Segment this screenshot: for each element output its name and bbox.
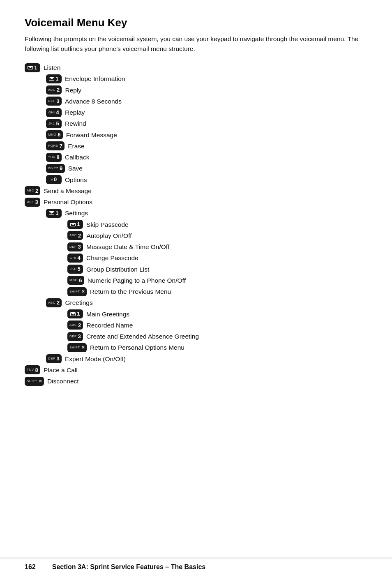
menu-item-label: Expert Mode (On/Off) — [65, 354, 126, 364]
key-badge: DEF3 — [46, 354, 62, 363]
key-badge: MNO6 — [46, 130, 63, 139]
menu-item: 1Main Greetings — [67, 309, 367, 319]
menu-item: TUV8Callback — [46, 152, 367, 162]
menu-item: DEF3Message Date & Time On/Off — [67, 242, 367, 251]
menu-item-label: Send a Message — [44, 186, 91, 196]
menu-item: +0Options — [46, 175, 367, 184]
menu-item-label: Advance 8 Seconds — [65, 97, 122, 106]
menu-item-label: Erase — [68, 141, 85, 151]
menu-item-label: Envelope Information — [65, 74, 125, 83]
key-badge: PQRS7 — [46, 141, 65, 150]
key-badge: DEF3 — [67, 242, 83, 251]
page-title: Voicemail Menu Key — [25, 16, 367, 29]
menu-item-label: Replay — [65, 108, 85, 117]
menu-item-label: Change Passcode — [86, 253, 138, 263]
key-badge: TUV8 — [25, 365, 40, 374]
key-badge: ABC2 — [46, 85, 62, 95]
key-badge: Shift✕ — [25, 377, 44, 386]
key-badge: 1 — [67, 220, 83, 229]
menu-item: WXYZ9Save — [46, 164, 367, 173]
key-badge: JKL5 — [67, 265, 83, 274]
key-badge: JKL5 — [46, 119, 62, 128]
menu-item: MNO6Forward Message — [46, 130, 367, 140]
menu-item: PQRS7Erase — [46, 141, 367, 151]
menu-item: ABC2Recorded Name — [67, 321, 367, 330]
menu-item: DEF3Create and Extended Absence Greeting — [67, 332, 367, 341]
menu-item: ABC2Reply — [46, 85, 367, 95]
menu-item-label: Forward Message — [66, 130, 117, 140]
key-badge: DEF3 — [25, 198, 40, 207]
menu-item: DEF3Expert Mode (On/Off) — [46, 354, 367, 364]
key-badge: GHI4 — [67, 254, 83, 263]
menu-item-label: Callback — [65, 152, 89, 162]
menu-item-label: Rewind — [65, 119, 86, 128]
menu-item-label: Options — [65, 175, 87, 184]
menu-item-label: Autoplay On/Off — [86, 231, 131, 240]
menu-tree: 1Listen1Envelope InformationABC2ReplyDEF… — [25, 63, 367, 386]
key-badge: Shift✕ — [67, 343, 87, 352]
menu-item: GHI4Change Passcode — [67, 253, 367, 263]
key-badge: 1 — [46, 74, 62, 83]
menu-item-label: Reply — [65, 85, 81, 95]
menu-item: 1Settings — [46, 208, 367, 218]
menu-item-label: Message Date & Time On/Off — [86, 242, 169, 251]
footer: 162 Section 3A: Sprint Service Features … — [0, 558, 392, 576]
menu-item: 1Envelope Information — [46, 74, 367, 83]
menu-item: DEF3Advance 8 Seconds — [46, 97, 367, 106]
page-number: 162 — [25, 563, 36, 571]
menu-item: Shift✕Return to the Previous Menu — [67, 287, 367, 296]
key-badge: DEF3 — [46, 97, 62, 106]
menu-item: ABC2Autoplay On/Off — [67, 231, 367, 240]
menu-item: 1Listen — [25, 63, 367, 72]
menu-item: ABC2Greetings — [46, 298, 367, 307]
menu-item-label: Save — [68, 164, 83, 173]
menu-item: DEF3Personal Options — [25, 197, 367, 207]
menu-item: JKL5Group Distribution List — [67, 265, 367, 274]
key-badge: 1 — [67, 309, 83, 318]
key-badge: Shift✕ — [67, 287, 87, 296]
page-content: Voicemail Menu Key Following the prompts… — [25, 16, 367, 386]
key-badge: +0 — [46, 175, 62, 184]
menu-item-label: Return to Personal Options Menu — [90, 343, 184, 352]
key-badge: WXYZ9 — [46, 164, 65, 173]
key-badge: ABC2 — [25, 186, 40, 195]
menu-item: 1Skip Passcode — [67, 220, 367, 229]
key-badge: MNO6 — [67, 276, 84, 285]
menu-item-label: Numeric Paging to a Phone On/Off — [88, 276, 186, 285]
menu-item-label: Main Greetings — [86, 309, 129, 319]
menu-item-label: Disconnect — [47, 376, 79, 386]
menu-item: Shift✕Disconnect — [25, 376, 367, 386]
menu-item-label: Skip Passcode — [86, 220, 129, 229]
menu-item-label: Place a Call — [44, 365, 78, 375]
menu-item-label: Group Distribution List — [86, 265, 149, 274]
menu-item-label: Personal Options — [44, 197, 92, 207]
menu-item: GHI4Replay — [46, 108, 367, 117]
key-badge: 1 — [25, 63, 40, 72]
key-badge: TUV8 — [46, 153, 62, 162]
key-badge: GHI4 — [46, 108, 62, 117]
menu-item: Shift✕Return to Personal Options Menu — [67, 343, 367, 352]
key-badge: DEF3 — [67, 332, 83, 341]
menu-item-label: Return to the Previous Menu — [90, 287, 171, 296]
key-badge: ABC2 — [46, 298, 62, 307]
menu-item-label: Recorded Name — [86, 321, 133, 330]
menu-item: MNO6Numeric Paging to a Phone On/Off — [67, 276, 367, 285]
key-badge: 1 — [46, 209, 62, 218]
menu-item-label: Settings — [65, 208, 88, 218]
menu-item: TUV8Place a Call — [25, 365, 367, 375]
menu-item: ABC2Send a Message — [25, 186, 367, 196]
menu-item-label: Listen — [44, 63, 60, 72]
section-label: Section 3A: Sprint Service Features – Th… — [52, 563, 205, 571]
menu-item-label: Create and Extended Absence Greeting — [86, 332, 199, 341]
menu-item: JKL5Rewind — [46, 119, 367, 128]
key-badge: ABC2 — [67, 231, 83, 240]
intro-text: Following the prompts on the voicemail s… — [25, 34, 367, 54]
menu-item-label: Greetings — [65, 298, 92, 307]
key-badge: ABC2 — [67, 321, 83, 330]
